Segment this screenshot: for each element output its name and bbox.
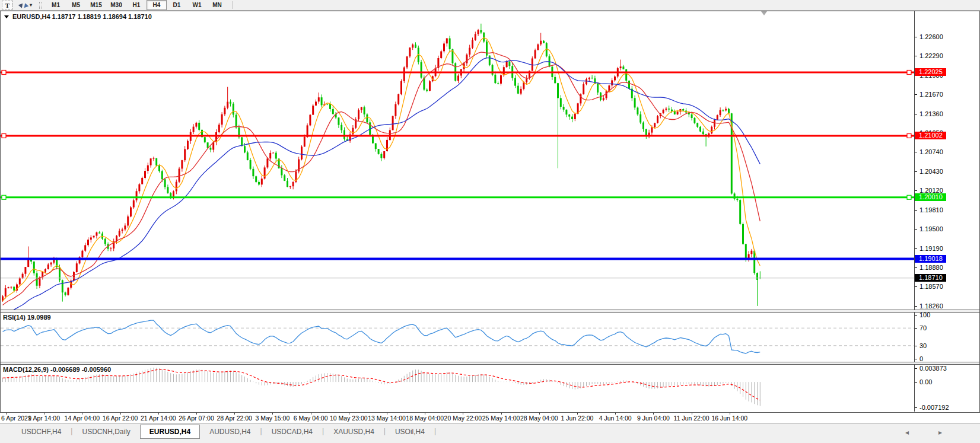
date-label: 10 May 23:00 — [330, 415, 368, 422]
timeframe-button-group: M1M5M15M30H1H4D1W1MN — [46, 0, 227, 10]
rsi-canvas[interactable] — [1, 313, 914, 362]
date-axis: 6 Apr 20219 Apr 14:0014 Apr 04:0016 Apr … — [0, 412, 914, 422]
date-label: 9 Apr 14:00 — [28, 415, 60, 422]
tab-eurusd-h4[interactable]: EURUSD,H4 — [140, 425, 200, 439]
price-tick-label: 1.21360 — [919, 110, 943, 117]
horizontal-line-1.21002[interactable] — [1, 134, 914, 138]
panel-splitter[interactable] — [0, 310, 980, 313]
macd-tick-label: 0.00 — [919, 378, 932, 385]
price-tick-tick — [915, 306, 917, 307]
price-line-tag: 1.21002 — [915, 132, 946, 139]
macd-tick-tick — [915, 407, 917, 408]
horizontal-line-1.22025[interactable] — [1, 71, 914, 75]
toolbar-grip — [39, 2, 42, 9]
tab-xauusd-h4[interactable]: XAUUSD,H4 — [324, 425, 384, 439]
price-tick-tick — [915, 171, 917, 172]
timeframe-button-m15[interactable]: M15 — [86, 0, 106, 10]
date-label: 16 Jun 14:00 — [711, 415, 747, 422]
date-label: 6 May 04:00 — [294, 415, 328, 422]
date-label: 21 Apr 14:00 — [141, 415, 176, 422]
date-label: 1 Jun 22:00 — [561, 415, 594, 422]
date-label: 4 Jun 14:00 — [599, 415, 632, 422]
tabs-scroll-right-icon[interactable]: ▸ — [938, 428, 942, 436]
tab-usdcad-h4[interactable]: USDCAD,H4 — [262, 425, 322, 439]
rsi-tick-tick — [915, 315, 917, 315]
price-line-tag: 1.20010 — [915, 193, 946, 201]
rsi-tick-tick — [915, 328, 917, 329]
timeframe-button-m1[interactable]: M1 — [46, 0, 66, 10]
rsi-indicator-panel[interactable]: RSI(14) 19.0989 — [1, 313, 914, 362]
price-tick-tick — [915, 94, 917, 95]
tab-usdchf-h4[interactable]: USDCHF,H4 — [12, 425, 71, 439]
chart-title: EURUSD,H4 1.18717 1.18819 1.18694 1.1871… — [4, 13, 152, 20]
date-label: 26 Apr 07:00 — [179, 415, 214, 422]
timeframe-button-h4[interactable]: H4 — [147, 0, 167, 10]
horizontal-line-1.20010[interactable] — [1, 195, 914, 199]
chevron-down-icon: ▾ — [30, 2, 32, 8]
price-axis: 1.226001.222901.219801.216701.213601.210… — [914, 11, 980, 412]
timeframe-button-m30[interactable]: M30 — [106, 0, 126, 10]
tab-usoil-h4[interactable]: USOil,H4 — [386, 425, 434, 439]
price-tick-tick — [915, 56, 917, 56]
macd-tick-tick — [915, 368, 917, 369]
tabs-scroll-left-icon[interactable]: ◂ — [905, 428, 909, 436]
toolbar-separator — [232, 1, 233, 9]
date-label: 20 May 22:00 — [444, 415, 482, 422]
rsi-tick-label: 30 — [919, 342, 927, 349]
symbol-tab-bar: USDCHF,H4|USDCNH,DailyEURUSD,H4AUDUSD,H4… — [0, 423, 980, 443]
price-line-tag: 1.19018 — [915, 255, 946, 263]
macd-label: MACD(12,26,9) -0.006689 -0.005960 — [3, 366, 111, 373]
price-tick-label: 1.18570 — [919, 283, 943, 290]
price-tick-tick — [915, 114, 917, 114]
price-chart-canvas[interactable] — [1, 11, 914, 310]
date-label: 28 Apr 22:00 — [217, 415, 252, 422]
price-tick-tick — [915, 286, 917, 287]
price-tick-tick — [915, 267, 917, 268]
price-tick-label: 1.21670 — [919, 91, 943, 98]
tab-separator: | — [434, 425, 436, 438]
price-tick-tick — [915, 229, 917, 230]
objects-dropdown-button[interactable]: ▾ — [17, 1, 34, 9]
chart-shift-marker-icon[interactable] — [761, 11, 767, 15]
timeframe-button-w1[interactable]: W1 — [187, 0, 207, 10]
timeframe-button-d1[interactable]: D1 — [167, 0, 187, 10]
macd-canvas[interactable] — [1, 365, 914, 412]
rsi-tick-tick — [915, 346, 917, 346]
date-label: 9 Jun 04:00 — [637, 415, 670, 422]
date-label: 13 May 14:00 — [368, 415, 406, 422]
price-tick-label: 1.19190 — [919, 245, 943, 252]
rsi-label: RSI(14) 19.0989 — [3, 314, 51, 321]
tab-audusd-h4[interactable]: AUDUSD,H4 — [200, 425, 260, 439]
date-label: 6 Apr 2021 — [1, 415, 31, 422]
price-tick-label: 1.18880 — [919, 264, 943, 271]
date-label: 16 Apr 22:00 — [103, 415, 138, 422]
timeframe-button-h1[interactable]: H1 — [126, 0, 147, 10]
price-tick-tick — [915, 190, 917, 191]
top-toolbar: T ▾ M1M5M15M30H1H4D1W1MN — [0, 0, 980, 11]
symbol-tabs: USDCHF,H4|USDCNH,DailyEURUSD,H4AUDUSD,H4… — [12, 425, 436, 439]
rsi-tick-tick — [915, 359, 917, 359]
date-label: 14 Apr 04:00 — [65, 415, 100, 422]
price-tick-label: 1.18260 — [919, 302, 943, 310]
price-tick-tick — [915, 248, 917, 249]
panel-splitter[interactable] — [0, 362, 980, 365]
macd-tick-label: 0.003873 — [919, 365, 947, 372]
price-tick-label: 1.20430 — [919, 168, 943, 175]
price-tick-tick — [915, 37, 917, 37]
text-tool-button[interactable]: T — [2, 1, 13, 9]
macd-indicator-panel[interactable]: MACD(12,26,9) -0.006689 -0.005960 — [1, 365, 914, 412]
timeframe-button-m5[interactable]: M5 — [66, 0, 86, 10]
rsi-tick-label: 70 — [919, 324, 927, 332]
price-line-tag: 1.18710 — [915, 274, 946, 282]
price-tick-label: 1.22290 — [919, 52, 943, 59]
price-tick-label: 1.22600 — [919, 33, 943, 40]
tab-usdcnh-daily[interactable]: USDCNH,Daily — [72, 425, 139, 439]
price-chart-panel[interactable]: EURUSD,H4 1.18717 1.18819 1.18694 1.1871… — [1, 11, 914, 310]
date-label: 11 Jun 22:00 — [674, 415, 709, 422]
price-tick-tick — [915, 210, 917, 211]
macd-tick-tick — [915, 382, 917, 383]
chart-menu-triangle-icon[interactable] — [4, 15, 9, 18]
timeframe-button-mn[interactable]: MN — [207, 0, 227, 10]
price-tick-label: 1.20740 — [919, 148, 943, 155]
date-label: 18 May 04:00 — [406, 415, 444, 422]
